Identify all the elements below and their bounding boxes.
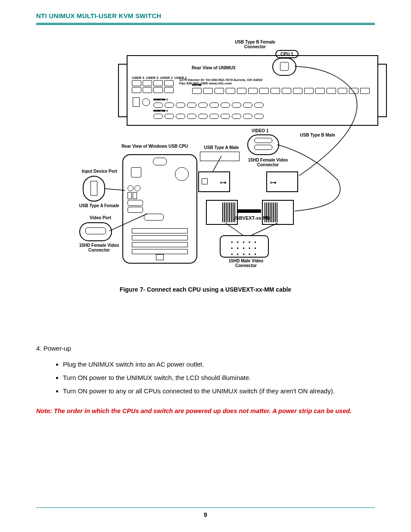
label-usb-b-female: USB Type B Female Connector — [229, 40, 281, 49]
label-rear-unimux: Rear View of UNIMUX — [179, 65, 248, 70]
cpu-usb-port-icon — [338, 88, 347, 94]
serial-port-icon — [128, 207, 143, 213]
label-user2: USER 2 — [160, 76, 173, 80]
svg-line-3 — [226, 223, 243, 235]
cpu-usb-port-icon — [192, 88, 202, 94]
figure-caption: Figure 7- Connect each CPU using a USBVE… — [36, 286, 375, 293]
label-usb-a-male: USB Type A Male — [198, 145, 245, 150]
cpu-usb-port-icon — [315, 88, 325, 94]
vga-port-icon — [243, 114, 252, 119]
label-rear-pc: Rear View of Windows USB CPU — [112, 144, 198, 149]
detail-hd15-female-icon — [79, 222, 112, 241]
cpu-usb-port-icon — [271, 88, 280, 94]
section-number: 4. — [36, 345, 42, 352]
user-port-icon — [143, 80, 152, 86]
vga-port-icon — [198, 103, 208, 108]
vga-port-icon — [232, 103, 241, 108]
label-video-port: VIDEO 2 — [153, 109, 164, 112]
cpu-usb-port-icon — [327, 88, 336, 94]
user-port-icon — [153, 87, 163, 93]
cable-segment-icon — [237, 209, 261, 213]
pc-slot-icon — [132, 228, 188, 233]
cpu-usb-port-icon — [259, 88, 269, 94]
detail-usb-a-female-icon — [83, 176, 105, 202]
vga-port-icon — [165, 114, 174, 119]
vga-port-icon — [232, 114, 241, 119]
label-hd15-male: 15HD Male Video Connector — [222, 258, 270, 268]
pc-foot-icon — [156, 254, 164, 260]
vga-port-icon — [209, 114, 219, 119]
cpu-usb-port-icon — [293, 88, 302, 94]
detail-video1-icon — [247, 134, 279, 155]
vga-port-icon — [221, 114, 230, 119]
header-rule — [36, 23, 375, 25]
usb-b-plug-icon: ⊶ — [266, 171, 298, 192]
figure-7-diagram: USB Type B Female Connector CPU 1 Rear V… — [36, 42, 375, 283]
label-video1: VIDEO 1 — [252, 128, 268, 133]
footer-rule — [36, 507, 375, 508]
list-item: Turn ON power to the UNIMUX switch, the … — [63, 374, 375, 381]
vga-port-icon — [221, 103, 230, 108]
user-port-icon — [143, 87, 152, 93]
ps2-port-icon — [128, 185, 134, 191]
pc-fan-icon — [175, 167, 189, 181]
vga-port-icon — [176, 114, 185, 119]
cpu-usb-port-icon — [237, 88, 246, 94]
label-cable-name: USBVEXT-xx-MM — [221, 215, 282, 221]
vga-port-icon — [144, 214, 164, 221]
vga-port-icon — [153, 103, 163, 108]
user-port-icon — [164, 87, 174, 93]
cpu-usb-port-icon — [282, 88, 291, 94]
cpu-usb-port-icon — [360, 88, 370, 94]
power-switch-icon — [142, 98, 150, 106]
vga-port-icon — [176, 103, 185, 108]
power-inlet-icon — [133, 97, 140, 107]
vga-port-icon — [209, 103, 219, 108]
detail-hd15-male-icon: • • • • •• • • • •• • • • • — [220, 235, 269, 258]
vga-port-icon — [254, 114, 264, 119]
label-usb-a-female: USB Type A Female — [73, 203, 125, 208]
section-title: Power-up — [44, 345, 71, 352]
vga-port-icon — [243, 103, 252, 108]
vga-port-icon — [198, 114, 208, 119]
pc-power-inlet-icon — [153, 158, 167, 165]
label-user3: USER 3 — [146, 76, 159, 80]
label-hd15-female: 15HD Female Video Connector — [242, 158, 294, 167]
label-user4: USER 4 — [132, 76, 144, 80]
user-port-icon — [132, 80, 141, 86]
pc-slot-icon — [132, 242, 188, 247]
cpu-usb-port-icon — [349, 88, 358, 94]
label-video-port: Video Port — [81, 215, 120, 220]
vga-port-icon — [153, 114, 163, 119]
vga-port-icon — [187, 114, 196, 119]
ps2-port-icon — [134, 185, 140, 191]
pc-rear-icon — [122, 154, 197, 264]
vga-port-icon — [165, 103, 174, 108]
vga-port-icon — [254, 103, 264, 108]
cpu-usb-port-icon — [226, 88, 235, 94]
page-number: 9 — [0, 511, 411, 518]
hd15-male-plug-icon — [262, 200, 294, 225]
usb-port-icon — [133, 192, 137, 199]
user-port-icon — [132, 87, 141, 93]
svg-line-4 — [252, 223, 277, 235]
usb-port-icon — [128, 192, 132, 199]
power-up-steps-list: Plug the UNIMUX switch into an AC power … — [63, 361, 375, 395]
serial-port-icon — [128, 200, 143, 206]
pc-slot-icon — [132, 235, 188, 240]
cpu-usb-port-icon — [304, 88, 314, 94]
unimux-rear-chassis: Rear View of UNIMUX USER 4 USER 3 USER 2… — [127, 55, 378, 126]
usb-a-male-box-icon — [200, 152, 240, 161]
user-port-icon — [153, 80, 163, 86]
note-text: Note: The order in which the CPUs and sw… — [36, 408, 375, 414]
cpu-usb-port-icon — [215, 88, 224, 94]
label-input-device-port: Input Device Port — [76, 169, 123, 174]
label-video-port: VIDEO 1 — [153, 98, 164, 101]
label-usb-b-male: USB Type B Male — [298, 133, 337, 137]
label-cpu-port: CPU 1 — [192, 84, 200, 86]
cpu-usb-port-icon — [248, 88, 258, 94]
user-port-icon — [164, 80, 174, 86]
vga-port-icon — [187, 103, 196, 108]
list-item: Plug the UNIMUX switch into an AC power … — [63, 361, 375, 368]
rack-ear-left-icon — [118, 64, 127, 117]
